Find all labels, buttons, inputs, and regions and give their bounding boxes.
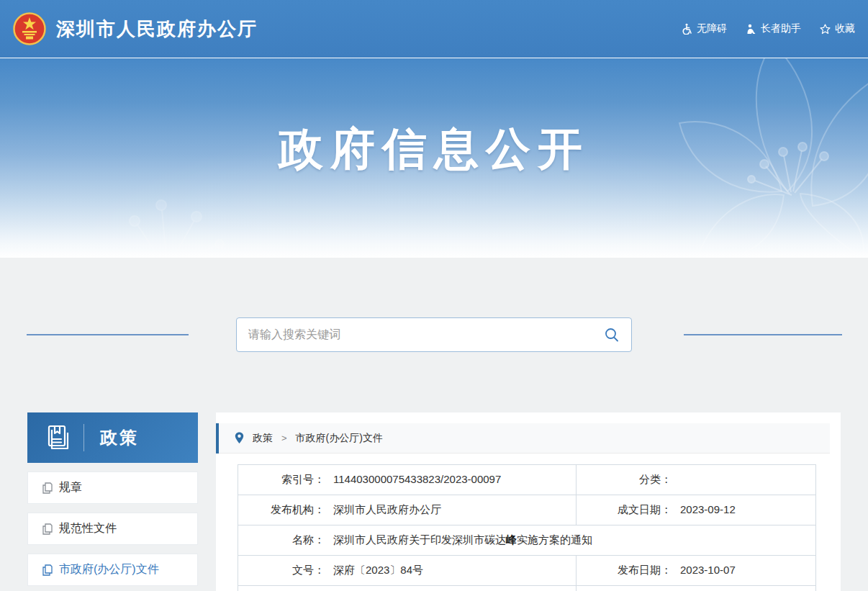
- site-brand: 深圳市人民政府办公厅: [13, 12, 258, 45]
- table-row-name: 名称：深圳市人民政府关于印发深圳市碳达峰实施方案的通知: [238, 525, 816, 556]
- written-date-cell: 成文日期：2023-09-12: [577, 495, 816, 525]
- location-pin-icon: [235, 432, 244, 444]
- table-row-index-category: 索引号：114403000075433823/2023-00097 分类：: [238, 465, 816, 495]
- publish-date-cell: 发布日期：2023-10-07: [577, 556, 816, 586]
- index-number-cell: 索引号：114403000075433823/2023-00097: [238, 465, 577, 495]
- sidebar-header: 政策: [27, 412, 198, 463]
- empty-cell: [577, 586, 816, 591]
- search-divider-line-left: [27, 334, 189, 335]
- document-name-value: 深圳市人民政府关于印发深圳市碳达峰实施方案的通知: [333, 533, 592, 546]
- search-box: [236, 317, 632, 352]
- breadcrumb: 政策 > 市政府(办公厅)文件: [216, 423, 830, 454]
- category-cell: 分类：: [577, 465, 816, 495]
- document-number-value: 深府〔2023〕84号: [333, 564, 423, 576]
- empty-cell: [238, 586, 577, 591]
- issuing-agency-value: 深圳市人民政府办公厅: [333, 503, 441, 515]
- elder-assist-label: 长者助手: [761, 22, 801, 35]
- sidebar-item-label: 规范性文件: [59, 521, 117, 536]
- elder-assist-link[interactable]: 长者助手: [746, 22, 801, 35]
- publish-date-value: 2023-10-07: [680, 564, 736, 576]
- search-button[interactable]: [604, 327, 620, 343]
- sidebar-item-municipal-office-documents[interactable]: 市政府(办公厅)文件: [27, 554, 198, 586]
- sidebar-title: 政策: [100, 426, 139, 449]
- search-icon: [604, 327, 620, 343]
- favorite-label: 收藏: [835, 22, 855, 35]
- accessibility-label: 无障碍: [697, 22, 727, 35]
- sidebar-item-label: 规章: [59, 480, 82, 495]
- sidebar-item-regulations[interactable]: 规章: [27, 472, 198, 504]
- book-icon: [45, 424, 72, 451]
- index-number-label: 索引号：: [238, 473, 325, 487]
- star-icon: [820, 24, 831, 35]
- document-number-cell: 文号：深府〔2023〕84号: [238, 556, 577, 586]
- document-name-cell: 名称：深圳市人民政府关于印发深圳市碳达峰实施方案的通知: [238, 525, 816, 556]
- document-icon: [42, 523, 53, 535]
- national-emblem-icon: [13, 12, 46, 45]
- sidebar-item-normative-documents[interactable]: 规范性文件: [27, 513, 198, 545]
- publish-date-label: 发布日期：: [577, 564, 672, 577]
- page-title: 政府信息公开: [0, 119, 868, 179]
- document-icon: [42, 564, 53, 576]
- breadcrumb-root-link[interactable]: 政策: [253, 432, 273, 445]
- quick-links: 无障碍 长者助手 收藏: [682, 22, 855, 35]
- elder-assist-icon: [746, 24, 756, 35]
- favorite-link[interactable]: 收藏: [820, 22, 855, 35]
- search-input[interactable]: [248, 328, 604, 341]
- index-number-value: 114403000075433823/2023-00097: [333, 473, 501, 485]
- written-date-value: 2023-09-12: [680, 503, 736, 515]
- hero-banner: 政府信息公开: [0, 58, 868, 258]
- table-row-agency-date: 发布机构：深圳市人民政府办公厅 成文日期：2023-09-12: [238, 495, 816, 525]
- category-label: 分类：: [577, 473, 672, 487]
- written-date-label: 成文日期：: [577, 503, 672, 517]
- banner-branch-decoration: [86, 181, 245, 258]
- search-divider-line-right: [684, 334, 842, 335]
- breadcrumb-current: 市政府(办公厅)文件: [296, 432, 383, 445]
- sidebar: 政策 规章 规范性文件: [27, 412, 198, 586]
- document-icon: [42, 482, 53, 494]
- document-number-label: 文号：: [238, 564, 325, 577]
- site-title: 深圳市人民政府办公厅: [56, 17, 258, 42]
- page: 深圳市人民政府办公厅 无障碍: [0, 0, 868, 591]
- top-nav-bar: 深圳市人民政府办公厅 无障碍: [0, 0, 868, 58]
- accessibility-link[interactable]: 无障碍: [682, 22, 727, 35]
- table-row-docno-publish: 文号：深府〔2023〕84号 发布日期：2023-10-07: [238, 556, 816, 586]
- breadcrumb-separator: >: [281, 433, 287, 443]
- sidebar-header-divider: [83, 424, 84, 451]
- issuing-agency-label: 发布机构：: [238, 503, 325, 517]
- issuing-agency-cell: 发布机构：深圳市人民政府办公厅: [238, 495, 577, 525]
- accessibility-icon: [682, 23, 692, 35]
- document-info-table: 索引号：114403000075433823/2023-00097 分类： 发布…: [238, 464, 816, 591]
- highlighted-keyword: 峰: [506, 533, 517, 546]
- breadcrumb-accent-bar: [216, 423, 219, 454]
- content-panel: 政策 > 市政府(办公厅)文件 索引号：114403000075433823/2…: [216, 412, 841, 591]
- document-name-label: 名称：: [238, 533, 325, 547]
- table-row-partial: [238, 586, 816, 591]
- sidebar-item-label: 市政府(办公厅)文件: [59, 562, 159, 577]
